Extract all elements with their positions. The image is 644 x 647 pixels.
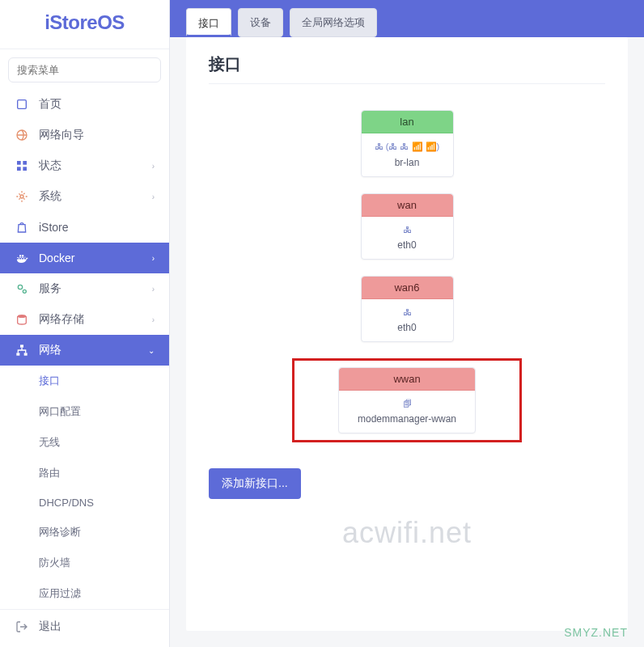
main: 接口 设备 全局网络选项 接口 lan 🖧 (🖧 🖧 📶 📶) br-lan w… xyxy=(170,0,644,647)
chevron-right-icon: › xyxy=(152,192,155,201)
grid-icon xyxy=(15,159,29,173)
interface-card-lan[interactable]: lan 🖧 (🖧 🖧 📶 📶) br-lan xyxy=(361,110,454,177)
sidebar-item-wizard[interactable]: 网络向导 xyxy=(0,120,169,150)
nav-label: 首页 xyxy=(39,97,155,112)
interface-list: lan 🖧 (🖧 🖧 📶 📶) br-lan wan 🖧 eth0 wan6 🖧… xyxy=(209,94,605,459)
svg-rect-2 xyxy=(17,161,21,165)
nav-label: 服务 xyxy=(39,281,152,296)
chevron-right-icon: › xyxy=(152,254,155,263)
sitemap-icon xyxy=(15,343,29,357)
sidebar-item-istore[interactable]: iStore xyxy=(0,212,169,243)
search-input[interactable] xyxy=(8,57,161,82)
interface-name: wan6 xyxy=(362,277,453,299)
home-icon xyxy=(15,97,29,112)
interface-device: br-lan xyxy=(366,157,448,168)
interface-name: lan xyxy=(362,111,453,133)
modem-icon: 🗐 xyxy=(344,399,470,408)
svg-rect-0 xyxy=(18,100,27,109)
tab-devices[interactable]: 设备 xyxy=(238,8,283,37)
interface-name: wwan xyxy=(339,368,475,391)
logo-area: iStoreOS xyxy=(0,0,169,49)
nav-label: 系统 xyxy=(39,189,152,204)
interface-body: 🖧 (🖧 🖧 📶 📶) br-lan xyxy=(362,133,453,176)
interface-device: eth0 xyxy=(366,322,448,333)
interface-body: 🗐 modemmanager-wwan xyxy=(339,391,475,433)
port-icons: 🖧 (🖧 🖧 📶 📶) xyxy=(366,142,448,152)
svg-point-7 xyxy=(18,285,22,289)
sidebar-item-services[interactable]: 服务 › xyxy=(0,273,169,304)
port-icon: 🖧 xyxy=(366,225,448,235)
subitem-wireless[interactable]: 无线 xyxy=(0,427,169,458)
sidebar-item-home[interactable]: 首页 xyxy=(0,89,169,120)
chevron-right-icon: › xyxy=(152,315,155,324)
port-icon: 🖧 xyxy=(366,307,448,317)
docker-icon xyxy=(15,251,29,265)
tabs-row: 接口 设备 全局网络选项 xyxy=(170,0,644,37)
bag-icon xyxy=(15,220,29,235)
interface-name: wan xyxy=(362,194,453,217)
sidebar-item-system[interactable]: 系统 › xyxy=(0,181,169,212)
subitem-app-filter[interactable]: 应用过滤 xyxy=(0,578,169,609)
interface-body: 🖧 eth0 xyxy=(362,299,453,341)
gear-icon xyxy=(15,189,29,204)
subitem-routes[interactable]: 路由 xyxy=(0,458,169,488)
chevron-down-icon: ⌄ xyxy=(148,346,155,355)
subitem-diagnostics[interactable]: 网络诊断 xyxy=(0,517,169,548)
nav-label: 网络向导 xyxy=(39,128,155,142)
highlight-box: wwan 🗐 modemmanager-wwan xyxy=(292,358,522,442)
svg-rect-12 xyxy=(24,353,28,355)
interface-card-wwan[interactable]: wwan 🗐 modemmanager-wwan xyxy=(338,367,476,433)
nav: 首页 网络向导 状态 › 系统 › iStore Docker › 服务 xyxy=(0,89,169,647)
svg-rect-10 xyxy=(20,345,23,347)
interface-device: modemmanager-wwan xyxy=(344,413,470,425)
sidebar-item-network[interactable]: 网络 ⌄ xyxy=(0,335,169,366)
svg-rect-3 xyxy=(23,161,27,165)
nav-label: 网络存储 xyxy=(39,312,152,327)
sidebar-item-docker[interactable]: Docker › xyxy=(0,243,169,273)
subitem-firewall[interactable]: 防火墙 xyxy=(0,548,169,578)
nav-label: Docker xyxy=(39,252,152,264)
logo-text: iStoreOS xyxy=(44,11,125,33)
sidebar-item-logout[interactable]: 退出 xyxy=(0,609,169,644)
page-title: 接口 xyxy=(209,53,605,84)
svg-rect-4 xyxy=(17,167,21,171)
chevron-right-icon: › xyxy=(152,285,155,294)
svg-point-6 xyxy=(20,195,23,198)
sidebar-item-nas[interactable]: 网络存储 › xyxy=(0,304,169,335)
tab-interfaces[interactable]: 接口 xyxy=(186,8,231,37)
globe-icon xyxy=(15,128,29,142)
interface-body: 🖧 eth0 xyxy=(362,217,453,259)
svg-rect-11 xyxy=(16,353,19,355)
storage-icon xyxy=(15,312,29,327)
chevron-right-icon: › xyxy=(152,162,155,171)
watermark-text: acwifi.net xyxy=(342,516,472,550)
svg-point-8 xyxy=(23,290,26,293)
search-wrap xyxy=(0,49,169,89)
cogs-icon xyxy=(15,281,29,296)
sidebar: iStoreOS 首页 网络向导 状态 › 系统 › iStore xyxy=(0,0,170,647)
interface-card-wan6[interactable]: wan6 🖧 eth0 xyxy=(361,276,454,342)
svg-point-9 xyxy=(18,315,27,318)
nav-label: 网络 xyxy=(39,343,148,357)
sidebar-item-status[interactable]: 状态 › xyxy=(0,150,169,181)
nav-label: iStore xyxy=(39,221,155,234)
sub-nav-network: 接口 网口配置 无线 路由 DHCP/DNS 网络诊断 防火墙 应用过滤 xyxy=(0,366,169,609)
interface-card-wan[interactable]: wan 🖧 eth0 xyxy=(361,193,454,260)
tab-global-options[interactable]: 全局网络选项 xyxy=(290,8,377,37)
subitem-interfaces[interactable]: 接口 xyxy=(0,366,169,396)
footer-watermark: SMYZ.NET xyxy=(564,626,628,639)
logout-icon xyxy=(15,620,29,634)
interface-device: eth0 xyxy=(366,239,448,251)
content: 接口 lan 🖧 (🖧 🖧 📶 📶) br-lan wan 🖧 eth0 wan… xyxy=(186,37,628,631)
nav-label: 状态 xyxy=(39,159,152,173)
svg-rect-5 xyxy=(23,167,27,171)
add-interface-button[interactable]: 添加新接口... xyxy=(209,468,301,499)
nav-label: 退出 xyxy=(39,620,155,634)
subitem-dhcp-dns[interactable]: DHCP/DNS xyxy=(0,488,169,517)
subitem-port-config[interactable]: 网口配置 xyxy=(0,396,169,427)
